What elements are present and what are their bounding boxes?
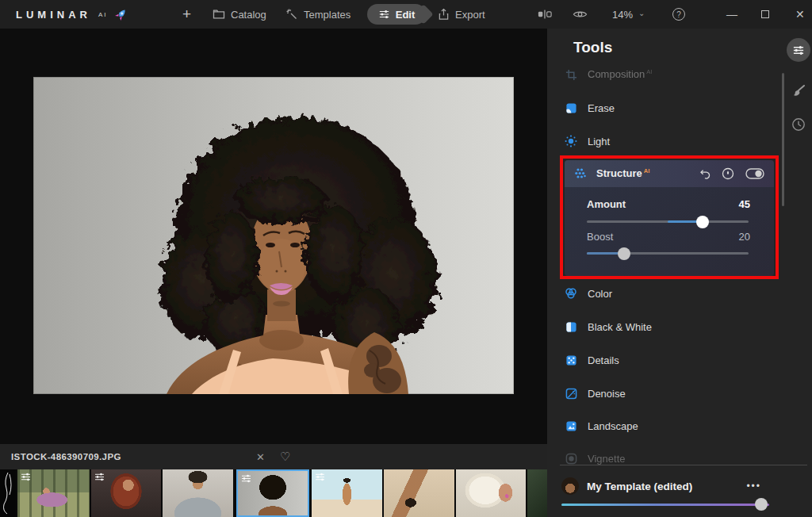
ai-superscript: AI (644, 167, 650, 174)
rocket-icon (113, 7, 128, 22)
tool-item-light[interactable]: Light (565, 133, 610, 149)
app-logo: LUMINAR AI (16, 0, 128, 29)
amount-slider[interactable] (587, 220, 749, 223)
ai-superscript: AI (646, 68, 652, 75)
tab-catalog[interactable]: Catalog (213, 0, 266, 29)
window-minimize-button[interactable]: — (726, 0, 737, 29)
top-bar: LUMINAR AI + Catalog Templates Edi (0, 0, 812, 29)
tool-item-composition[interactable]: CompositionAI (565, 67, 652, 82)
sliders-icon (378, 9, 390, 20)
tool-enabled-toggle[interactable] (745, 168, 764, 179)
close-icon: ✕ (795, 8, 805, 21)
tab-edit-active[interactable]: Edit (367, 4, 426, 25)
template-avatar (561, 477, 579, 495)
boost-slider-handle[interactable] (618, 247, 630, 260)
details-halftone-icon (565, 354, 577, 366)
template-name: My Template (edited) (587, 481, 692, 492)
favorite-button[interactable]: ♡ (280, 444, 290, 469)
panel-scrollbar[interactable] (782, 73, 784, 206)
tool-item-vignette[interactable]: Vignette (565, 450, 625, 466)
folder-icon (213, 8, 225, 21)
edited-badge-icon (94, 473, 105, 481)
compare-before-after-button[interactable] (538, 0, 552, 29)
current-filename: ISTOCK-486390709.JPG (11, 444, 121, 469)
structure-header[interactable]: StructureAI (565, 160, 774, 187)
rail-history-button[interactable] (791, 117, 806, 132)
thumbnail-partial[interactable] (527, 469, 547, 517)
panel-title: Tools (573, 39, 612, 56)
maximize-icon (761, 10, 769, 18)
share-export-icon (438, 8, 450, 21)
tool-item-details[interactable]: Details (565, 352, 619, 368)
tab-templates-label: Templates (304, 9, 350, 21)
add-photos-button[interactable]: + (182, 0, 191, 29)
thumbnail-redhead[interactable] (91, 469, 161, 517)
compare-icon (538, 9, 552, 20)
panel-divider (560, 465, 807, 465)
filmstrip (0, 469, 547, 517)
help-button[interactable]: ? (672, 0, 685, 29)
clock-history-icon (791, 117, 806, 132)
thumbnail-meadow[interactable] (17, 469, 90, 517)
amount-slider-handle[interactable] (696, 216, 709, 228)
window-close-button[interactable]: ✕ (795, 0, 805, 29)
amount-slider-label: Amount (587, 198, 626, 210)
thumbnail-sketch[interactable] (0, 469, 16, 517)
tool-item-black-white[interactable]: Black & White (565, 319, 652, 335)
portrait-photo (33, 77, 514, 394)
tool-item-erase[interactable]: Erase (565, 100, 615, 116)
sliders-icon (792, 44, 805, 56)
boost-slider-label: Boost (587, 231, 613, 243)
tool-label: Black & White (588, 321, 652, 333)
template-amount-slider[interactable] (561, 500, 769, 508)
eye-icon (573, 9, 588, 20)
close-x-icon: ✕ (256, 451, 265, 463)
template-menu-dots-icon[interactable]: ••• (746, 481, 761, 492)
thumbnail-hat[interactable] (456, 469, 526, 517)
tool-label: Color (588, 288, 612, 300)
tool-label: Light (588, 136, 610, 147)
reset-undo-button[interactable] (699, 168, 710, 180)
minimize-icon: — (726, 8, 737, 21)
editing-canvas[interactable] (0, 29, 547, 444)
tab-export-label: Export (455, 9, 485, 21)
thumbnail-selected-curly[interactable] (236, 469, 309, 517)
tool-item-landscape[interactable]: Landscape (565, 418, 638, 434)
zoom-level-control[interactable]: 14% ⌄ (612, 0, 645, 29)
logo-text: LUMINAR (16, 9, 91, 21)
thumbnail-sand[interactable] (384, 469, 454, 517)
tab-catalog-label: Catalog (231, 9, 266, 21)
sun-icon (565, 135, 577, 147)
edited-badge-icon (21, 473, 31, 481)
color-circles-icon (565, 287, 577, 300)
vignette-icon (565, 452, 577, 465)
tab-export[interactable]: Export (438, 0, 485, 29)
tool-item-denoise[interactable]: Denoise (565, 385, 626, 401)
boost-slider[interactable] (587, 252, 749, 255)
logo-ai-superscript: AI (98, 11, 108, 18)
window-maximize-button[interactable] (761, 0, 769, 29)
tool-label: Details (588, 354, 619, 366)
reject-photo-button[interactable]: ✕ (256, 444, 265, 469)
tools-panel: Tools CompositionAI Erase Light (547, 29, 812, 517)
structure-title: Structure (596, 168, 642, 180)
template-slider-track (561, 504, 769, 506)
magic-wand-icon (285, 8, 298, 21)
edited-badge-icon (241, 474, 251, 483)
structure-tool-section: StructureAI Amount 45 (565, 160, 774, 276)
rail-brush-button[interactable] (791, 84, 806, 98)
rail-edit-tools-button[interactable] (787, 38, 810, 62)
structure-body: Amount 45 Boost 20 (565, 187, 774, 276)
template-slider-handle[interactable] (755, 498, 768, 511)
tool-item-color[interactable]: Color (565, 285, 612, 301)
denoise-icon (565, 387, 577, 400)
tool-label: Composition (588, 69, 645, 81)
thumbnail-beach[interactable] (312, 469, 382, 517)
tool-label: Vignette (588, 453, 625, 465)
plus-icon: + (182, 6, 191, 23)
tab-templates[interactable]: Templates (285, 0, 350, 29)
thumbnail-man[interactable] (163, 469, 233, 517)
edit-mask-button[interactable] (722, 167, 734, 180)
quick-preview-button[interactable] (573, 0, 588, 29)
template-bar[interactable]: My Template (edited) ••• (561, 477, 799, 495)
